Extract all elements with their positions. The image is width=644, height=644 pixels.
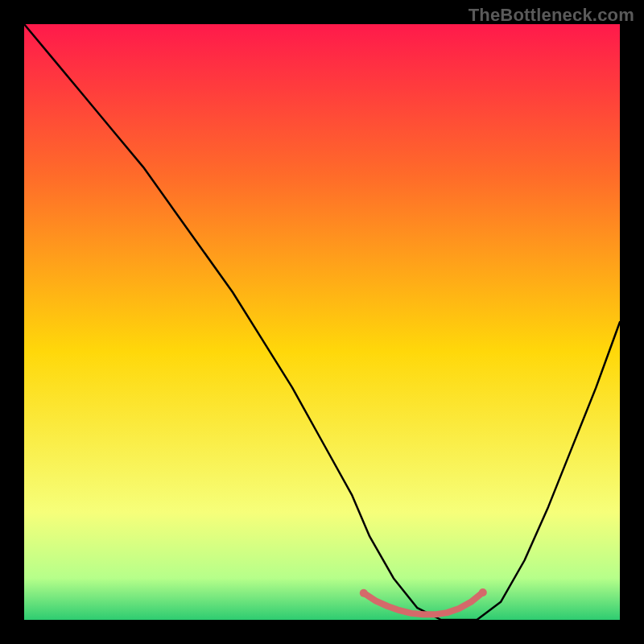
watermark-text: TheBottleneck.com: [469, 5, 634, 26]
plot-gradient-background: [24, 24, 620, 620]
bottleneck-chart: [0, 0, 644, 644]
optimal-range-end-dot: [479, 588, 487, 597]
chart-frame: { "watermark": "TheBottleneck.com", "cha…: [0, 0, 644, 644]
optimal-range-start-dot: [360, 589, 368, 597]
